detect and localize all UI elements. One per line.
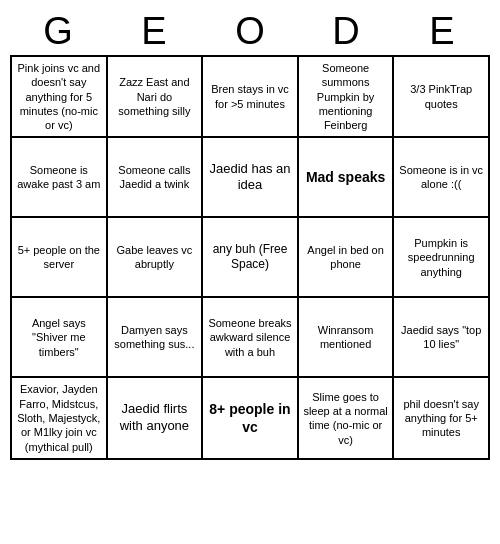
cell-7[interactable]: Jaedid has an idea — [203, 138, 299, 218]
bingo-header: G E O D E — [10, 8, 490, 55]
cell-21[interactable]: Jaedid flirts with anyone — [108, 378, 204, 459]
cell-10[interactable]: 5+ people on the server — [12, 218, 108, 298]
cell-20[interactable]: Exavior, Jayden Farro, Midstcus, Sloth, … — [12, 378, 108, 459]
cell-9[interactable]: Someone is in vc alone :(( — [394, 138, 490, 218]
cell-11[interactable]: Gabe leaves vc abruptly — [108, 218, 204, 298]
cell-2[interactable]: Bren stays in vc for >5 minutes — [203, 57, 299, 138]
cell-0[interactable]: Pink joins vc and doesn't say anything f… — [12, 57, 108, 138]
header-e2: E — [394, 8, 490, 55]
cell-24[interactable]: phil doesn't say anything for 5+ minutes — [394, 378, 490, 459]
cell-3[interactable]: Someone summons Pumpkin by mentioning Fe… — [299, 57, 395, 138]
cell-19[interactable]: Jaedid says "top 10 lies" — [394, 298, 490, 378]
cell-15[interactable]: Angel says "Shiver me timbers" — [12, 298, 108, 378]
cell-4[interactable]: 3/3 PinkTrap quotes — [394, 57, 490, 138]
header-o: O — [202, 8, 298, 55]
cell-14[interactable]: Pumpkin is speedrunning anything — [394, 218, 490, 298]
cell-5[interactable]: Someone is awake past 3 am — [12, 138, 108, 218]
header-e: E — [106, 8, 202, 55]
header-g: G — [10, 8, 106, 55]
cell-18[interactable]: Winransom mentioned — [299, 298, 395, 378]
cell-8[interactable]: Mad speaks — [299, 138, 395, 218]
cell-23[interactable]: Slime goes to sleep at a normal time (no… — [299, 378, 395, 459]
cell-1[interactable]: Zazz East and Nari do something silly — [108, 57, 204, 138]
cell-12-free[interactable]: any buh (Free Space) — [203, 218, 299, 298]
cell-16[interactable]: Damyen says something sus... — [108, 298, 204, 378]
bingo-card: G E O D E Pink joins vc and doesn't say … — [10, 8, 490, 460]
cell-17[interactable]: Someone breaks awkward silence with a bu… — [203, 298, 299, 378]
bingo-grid: Pink joins vc and doesn't say anything f… — [10, 55, 490, 460]
cell-13[interactable]: Angel in bed on phone — [299, 218, 395, 298]
cell-22[interactable]: 8+ people in vc — [203, 378, 299, 459]
header-d: D — [298, 8, 394, 55]
cell-6[interactable]: Someone calls Jaedid a twink — [108, 138, 204, 218]
